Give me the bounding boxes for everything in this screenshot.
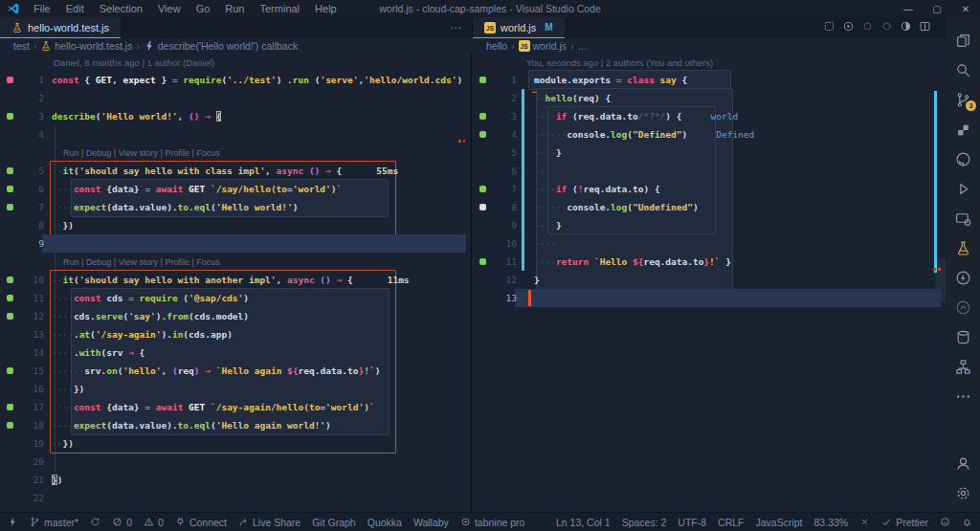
status-git-graph[interactable]: Git Graph: [312, 517, 356, 528]
tab-hello-world-test-js[interactable]: hello-world.test.js: [0, 17, 121, 38]
status-feedback[interactable]: [940, 517, 950, 527]
activity-account[interactable]: [946, 449, 980, 478]
code-line-22[interactable]: 22: [0, 489, 471, 507]
breadcrumb-item[interactable]: describe('Hello world!') callback: [144, 40, 298, 52]
status-encoding[interactable]: UTF-8: [678, 517, 706, 528]
editor-world-js[interactable]: … You, seconds ago | 2 authors (You and …: [473, 54, 946, 512]
activity-remote-explorer[interactable]: [946, 204, 980, 233]
breadcrumb-label: …: [577, 40, 588, 52]
activity-blocks[interactable]: [946, 115, 980, 144]
tab-world-js[interactable]: JS world.js M: [473, 17, 565, 38]
code-line-3[interactable]: 3describe('Hello world!', () ⇒ {: [0, 107, 471, 125]
close-button[interactable]: ✕: [951, 4, 980, 14]
status-live-share[interactable]: Live Share: [238, 517, 301, 528]
status-indentation[interactable]: Spaces: 2: [622, 517, 667, 528]
code-text: ····if (req.data.to/*?*/) {world: [526, 111, 738, 122]
search-icon: [955, 62, 971, 78]
activity-more-views[interactable]: [946, 382, 980, 411]
line-number: 22: [17, 493, 44, 503]
code-line-9[interactable]: 9: [0, 234, 471, 253]
circle-outline-2-button[interactable]: [880, 19, 893, 36]
breadcrumb-item[interactable]: hello: [486, 40, 507, 52]
menu-selection[interactable]: Selection: [93, 2, 149, 15]
split-editor-button[interactable]: [919, 19, 931, 36]
line-number: 3: [490, 111, 517, 122]
status-connect[interactable]: Connect: [175, 517, 227, 528]
code-text: ······srv.on('hello', (req) ⇒ `Hello aga…: [44, 365, 380, 376]
activity-circle-caret[interactable]: [946, 293, 980, 322]
menu-terminal[interactable]: Terminal: [254, 2, 307, 15]
status-remote[interactable]: [8, 517, 18, 527]
code-text: ····.with(srv ⇒ {: [44, 347, 145, 358]
code-line-4[interactable]: 4: [0, 125, 471, 144]
github-icon: [955, 151, 971, 167]
gutter: [0, 77, 17, 83]
activity-database[interactable]: [946, 322, 980, 352]
status-label: Ln 13, Col 1: [556, 517, 611, 528]
symbol-event-icon: [144, 40, 155, 52]
menu-file[interactable]: File: [27, 2, 57, 15]
run-circle-button[interactable]: [842, 19, 855, 36]
activity-github[interactable]: [946, 144, 980, 174]
blocks-icon: [955, 122, 971, 138]
codelens-actions[interactable]: Run | Debug | View story | Profile | Foc…: [0, 144, 471, 162]
git-blame-annotation: Daniel, 8 months ago | 1 author (Daniel): [0, 54, 471, 71]
breadcrumb-item[interactable]: test: [13, 40, 30, 52]
coverage-marker: [7, 77, 13, 83]
minimize-button[interactable]: —: [894, 4, 923, 14]
coverage-marker: [7, 167, 13, 174]
status-coverage[interactable]: 83.33%: [814, 517, 849, 528]
activity-explorer[interactable]: [946, 26, 980, 55]
line-number: 2: [490, 93, 517, 103]
menu-go[interactable]: Go: [189, 2, 217, 15]
activity-source-control[interactable]: 3: [946, 85, 980, 115]
code-line-1[interactable]: 1const { GET, expect } = require('../tes…: [0, 71, 471, 89]
menu-help[interactable]: Help: [308, 2, 344, 15]
status-language-mode[interactable]: JavaScript: [756, 517, 803, 528]
status-x-indicator[interactable]: [859, 517, 870, 527]
code-line-20[interactable]: 20: [0, 453, 471, 471]
status-notifications[interactable]: [962, 517, 972, 527]
status-sync[interactable]: [90, 517, 100, 527]
coverage-marker: [479, 204, 486, 210]
status-errors[interactable]: 0: [112, 517, 132, 528]
line-number: 20: [17, 456, 44, 467]
circle-outline-button[interactable]: [861, 19, 874, 36]
status-warnings[interactable]: 0: [144, 517, 164, 528]
status-tabnine[interactable]: tabnine pro: [460, 517, 525, 528]
breadcrumb-label: world.js: [533, 40, 568, 52]
code-line-21[interactable]: 21}): [0, 471, 471, 489]
activity-sitemap[interactable]: [946, 352, 980, 382]
breadcrumb-item[interactable]: …: [577, 40, 588, 52]
status-quokka[interactable]: Quokka: [368, 517, 402, 528]
code-line-13[interactable]: 13: [473, 289, 946, 307]
status-wallaby[interactable]: Wallaby: [413, 517, 449, 528]
line-number: 5: [490, 147, 517, 158]
menu-run[interactable]: Run: [218, 2, 251, 15]
pie-circle-button[interactable]: [900, 19, 912, 36]
test-run-button[interactable]: [823, 19, 835, 36]
activity-run-debug[interactable]: [946, 174, 980, 204]
activity-search[interactable]: [946, 55, 980, 85]
editor-hello-world-test-js[interactable]: Daniel, 8 months ago | 1 author (Daniel)…: [0, 54, 472, 512]
status-eol[interactable]: CRLF: [718, 517, 744, 528]
activity-testing[interactable]: [946, 233, 980, 263]
code-text: ··}): [44, 220, 74, 231]
tab-overflow-button[interactable]: ⋯: [440, 21, 472, 34]
git-modified-badge: M: [545, 22, 552, 33]
js-file-icon: JS: [484, 22, 496, 33]
maximize-button[interactable]: ▢: [923, 4, 951, 14]
status-cursor-position[interactable]: Ln 13, Col 1: [556, 517, 611, 528]
codelens-actions[interactable]: Run | Debug | View story | Profile | Foc…: [0, 253, 471, 271]
menu-edit[interactable]: Edit: [59, 2, 91, 15]
code-line-2[interactable]: 2: [0, 89, 471, 107]
status-git-branch[interactable]: master*: [30, 517, 78, 528]
breadcrumb-item[interactable]: JSworld.js: [519, 40, 568, 52]
status-prettier[interactable]: Prettier: [881, 517, 928, 528]
breadcrumb-item[interactable]: hello-world.test.js: [40, 40, 132, 52]
activity-thunder-client[interactable]: [946, 263, 980, 293]
activity-settings[interactable]: [946, 478, 980, 508]
status-label: master*: [44, 517, 78, 528]
code-text: ····}: [526, 147, 562, 158]
menu-view[interactable]: View: [151, 2, 188, 15]
